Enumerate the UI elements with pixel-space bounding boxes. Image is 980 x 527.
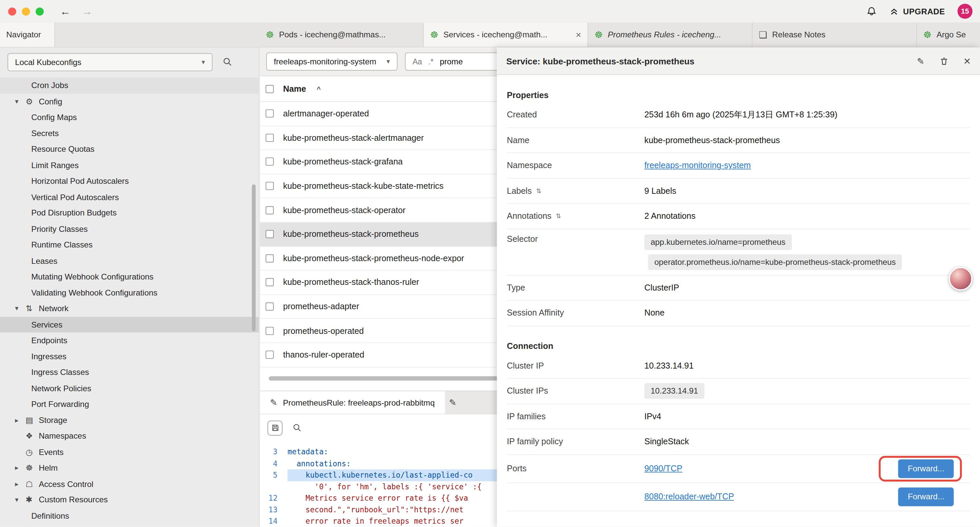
back-icon[interactable]: ← xyxy=(60,6,71,17)
line-number: 5 xyxy=(260,469,287,481)
tree-item[interactable]: Cron Jobs xyxy=(0,77,259,93)
tree-item[interactable]: Ingresses xyxy=(0,349,259,365)
tree-item[interactable]: Config Maps xyxy=(0,110,259,126)
tree-chevron-icon[interactable] xyxy=(15,480,26,488)
row-checkbox[interactable] xyxy=(266,182,274,190)
kubeconfig-select[interactable]: Local Kubeconfigs xyxy=(7,53,213,71)
row-checkbox[interactable] xyxy=(266,206,274,214)
editor-tab[interactable]: ☸ Services - icecheng@math... xyxy=(424,22,588,47)
tree-chevron-icon[interactable] xyxy=(15,97,26,105)
tree-item[interactable]: Port Forwarding xyxy=(0,396,259,412)
line-number: 3 xyxy=(260,446,287,458)
tree-item[interactable]: Pod Disruption Budgets xyxy=(0,205,259,221)
kubernetes-icon: ☸ xyxy=(594,29,603,40)
save-button[interactable] xyxy=(267,420,283,435)
tree-item[interactable]: Runtime Classes xyxy=(0,237,259,253)
editor-tab[interactable]: ☸ Prometheus Rules - icecheng... xyxy=(588,22,752,47)
tree-item[interactable]: ▤ Storage xyxy=(0,412,259,428)
tree-item[interactable]: ◷ Events xyxy=(0,444,259,460)
tree-chevron-icon[interactable] xyxy=(15,416,26,424)
tree-item[interactable]: Definitions xyxy=(0,508,259,524)
forward-button[interactable]: Forward... xyxy=(898,459,954,478)
name-column-header[interactable]: Name xyxy=(283,84,306,93)
tree-item[interactable]: ☖ Access Control xyxy=(0,476,259,492)
row-checkbox[interactable] xyxy=(266,326,274,334)
port-link[interactable]: 9090/TCP xyxy=(644,463,682,473)
close-panel-icon[interactable] xyxy=(964,55,970,67)
minimize-window-button[interactable] xyxy=(22,7,30,15)
tree-chevron-icon[interactable] xyxy=(15,496,26,504)
notifications-bell-icon[interactable] xyxy=(866,6,877,17)
regex-toggle-icon[interactable]: .* xyxy=(428,57,434,66)
close-window-button[interactable] xyxy=(8,7,16,15)
tree-item-label: Definitions xyxy=(31,511,69,520)
tree-item[interactable]: ☸ Helm xyxy=(0,460,259,476)
sort-ascending-icon[interactable] xyxy=(317,85,321,92)
namespace-link[interactable]: freeleaps-monitoring-system xyxy=(644,161,751,170)
tree-item[interactable]: Vertical Pod Autoscalers xyxy=(0,189,259,205)
edit-icon xyxy=(270,398,277,408)
tree-item-label: Port Forwarding xyxy=(31,400,89,409)
storage-icon: ▤ xyxy=(26,416,39,425)
navigator-tab[interactable]: Navigator xyxy=(0,22,55,47)
row-checkbox[interactable] xyxy=(266,110,274,118)
close-tab-icon[interactable] xyxy=(576,29,581,40)
vertical-scrollbar[interactable] xyxy=(252,185,256,331)
property-row-session-affinity: Session Affinity None xyxy=(507,301,970,326)
service-name: kube-prometheus-stack-grafana xyxy=(283,157,403,166)
tree-item[interactable]: ❖ Namespaces xyxy=(0,428,259,444)
tree-item[interactable]: Limit Ranges xyxy=(0,157,259,173)
tree-chevron-icon[interactable] xyxy=(15,304,26,312)
match-case-toggle-icon[interactable]: Aa xyxy=(413,57,422,66)
line-number: 14 xyxy=(260,516,287,527)
property-row-port-8080: 8080:reloader-web/TCP Forward... xyxy=(507,482,970,511)
tree-chevron-icon[interactable] xyxy=(15,464,26,472)
row-checkbox[interactable] xyxy=(266,230,274,238)
upgrade-button[interactable]: UPGRADE xyxy=(889,7,945,16)
sidebar-search-icon[interactable] xyxy=(223,57,232,67)
delete-resource-icon[interactable] xyxy=(939,56,949,66)
tree-item[interactable]: Endpoints xyxy=(0,333,259,349)
row-checkbox[interactable] xyxy=(266,279,274,287)
tree-item[interactable]: ⚙ Config xyxy=(0,93,259,110)
tab-label: Prometheus Rules - icecheng... xyxy=(608,30,746,39)
port-link[interactable]: 8080:reloader-web/TCP xyxy=(644,492,734,502)
row-checkbox[interactable] xyxy=(266,303,274,310)
editor-tab[interactable]: ☸ Argo Se xyxy=(917,22,980,47)
tree-item[interactable]: ⇅ Network xyxy=(0,301,259,317)
maximize-window-button[interactable] xyxy=(36,7,44,15)
notification-count-badge[interactable]: 15 xyxy=(958,4,973,19)
editor-search-icon[interactable] xyxy=(293,423,302,432)
tree-item[interactable]: Priority Classes xyxy=(0,221,259,237)
edit-icon xyxy=(449,398,456,408)
forward-icon[interactable]: → xyxy=(82,6,92,17)
tree-item[interactable]: Horizontal Pod Autoscalers xyxy=(0,173,259,189)
select-all-checkbox[interactable] xyxy=(266,85,274,93)
tree-item[interactable]: Leases xyxy=(0,253,259,269)
tree-item[interactable]: Secrets xyxy=(0,126,259,142)
editor-tab[interactable]: ❏ Release Notes xyxy=(752,22,917,47)
user-avatar[interactable] xyxy=(949,267,972,291)
dock-tab-prometheusrule[interactable]: PrometheusRule: freeleaps-prod-rabbitmq xyxy=(260,391,445,414)
property-row-labels: Labels 9 Labels xyxy=(507,178,970,204)
tree-item[interactable]: Network Policies xyxy=(0,380,259,396)
tree-item-label: Ingress Classes xyxy=(31,368,89,377)
editor-tab[interactable]: ☸ Pods - icecheng@mathmas... xyxy=(259,22,424,47)
namespace-filter-select[interactable]: freeleaps-monitoring-system xyxy=(266,53,397,70)
tree-item[interactable]: Validating Webhook Configurations xyxy=(0,285,259,301)
row-checkbox[interactable] xyxy=(266,158,274,166)
connection-heading: Connection xyxy=(507,339,970,353)
dock-tab-partial[interactable] xyxy=(445,391,457,414)
tree-item[interactable]: Resource Quotas xyxy=(0,141,259,157)
edit-resource-icon[interactable] xyxy=(917,56,924,66)
line-number: 12 xyxy=(260,492,287,504)
tree-item[interactable]: Mutating Webhook Configurations xyxy=(0,269,259,285)
row-checkbox[interactable] xyxy=(266,134,274,142)
tree-item[interactable]: ✱ Custom Resources xyxy=(0,492,259,508)
row-checkbox[interactable] xyxy=(266,254,274,262)
tree-item[interactable]: Services xyxy=(0,317,259,333)
forward-button[interactable]: Forward... xyxy=(898,487,954,506)
tree-item[interactable]: Ingress Classes xyxy=(0,364,259,380)
line-number: 4 xyxy=(260,458,287,469)
row-checkbox[interactable] xyxy=(266,351,274,359)
